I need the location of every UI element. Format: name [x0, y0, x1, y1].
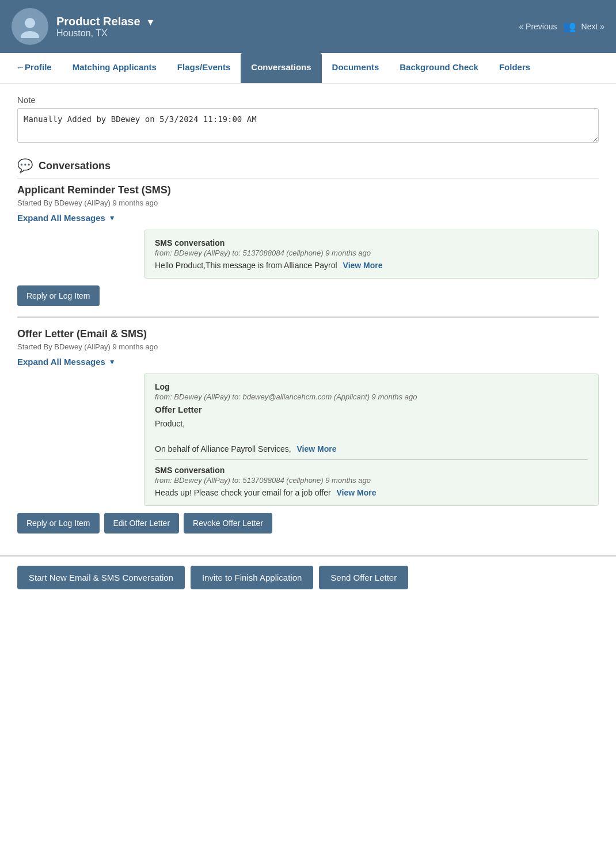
note-textarea[interactable]: Manually Added by BDewey on 5/3/2024 11:…: [17, 108, 599, 143]
conversations-section-header: 💬 Conversations: [17, 158, 599, 178]
conversation-2: Offer Letter (Email & SMS) Started By BD…: [17, 328, 599, 534]
conv1-reply-button[interactable]: Reply or Log Item: [17, 285, 100, 306]
conv1-msg1-type: SMS conversation: [155, 238, 588, 247]
prev-link[interactable]: « Previous: [519, 22, 557, 31]
conv2-edit-offer-button[interactable]: Edit Offer Letter: [104, 513, 180, 534]
conv2-msg1-type: Log: [155, 382, 588, 391]
svg-point-1: [21, 31, 39, 38]
tab-conversations[interactable]: Conversations: [241, 53, 321, 83]
header-location: Houston, TX: [56, 28, 155, 39]
conv1-msg1-from: from: BDewey (AllPay) to: 5137088084 (ce…: [155, 249, 588, 257]
chat-icon: 💬: [17, 158, 33, 173]
conv2-offer-letter-title: Offer Letter: [155, 405, 588, 414]
invite-to-finish-button[interactable]: Invite to Finish Application: [191, 566, 313, 589]
header: Product Relase ▼ Houston, TX « Previous …: [0, 0, 616, 53]
tab-back-profile[interactable]: ←Profile: [6, 53, 62, 83]
conv2-expand-triangle: ▼: [109, 358, 116, 366]
conv2-meta: Started By BDewey (AllPay) 9 months ago: [17, 342, 599, 351]
conv2-msg1-body2: [155, 432, 588, 441]
conv2-msg2-sms: SMS conversation from: BDewey (AllPay) t…: [155, 466, 588, 497]
bottom-action-bar: Start New Email & SMS Conversation Invit…: [0, 555, 616, 599]
conv2-msg2-from: from: BDewey (AllPay) to: 5137088084 (ce…: [155, 476, 588, 485]
conv2-msg2-type: SMS conversation: [155, 466, 588, 475]
conv1-title: Applicant Reminder Test (SMS): [17, 184, 599, 196]
main-content: Note Manually Added by BDewey on 5/3/202…: [0, 83, 616, 555]
conv1-msg1-view-more[interactable]: View More: [343, 261, 383, 270]
tab-matching-applicants[interactable]: Matching Applicants: [62, 53, 167, 83]
svg-point-0: [25, 18, 35, 28]
send-offer-letter-button[interactable]: Send Offer Letter: [319, 566, 408, 589]
tab-background-check[interactable]: Background Check: [389, 53, 489, 83]
conv2-msg1-log: Log from: BDewey (AllPay) to: bdewey@all…: [155, 382, 588, 454]
conv2-msg1-body3: On behalf of Alliance Payroll Services, …: [155, 444, 588, 454]
conv1-action-buttons: Reply or Log Item: [17, 285, 599, 306]
conversations-section-title: Conversations: [39, 160, 111, 172]
dropdown-icon[interactable]: ▼: [146, 17, 155, 27]
conv1-meta: Started By BDewey (AllPay) 9 months ago: [17, 199, 599, 207]
avatar: [12, 8, 48, 45]
conv2-msg1-body1: Product,: [155, 419, 588, 428]
conv2-msg2-view-more[interactable]: View More: [336, 488, 376, 497]
note-section: Note Manually Added by BDewey on 5/3/202…: [17, 95, 599, 144]
header-info: Product Relase ▼ Houston, TX: [56, 15, 155, 39]
tab-documents[interactable]: Documents: [322, 53, 390, 83]
conv1-expand-all[interactable]: Expand All Messages ▼: [17, 213, 599, 223]
conv2-message-card: Log from: BDewey (AllPay) to: bdewey@all…: [144, 374, 599, 506]
section-divider-1: [17, 317, 599, 318]
conv1-expand-triangle: ▼: [109, 214, 116, 222]
conv2-msg1-from: from: BDewey (AllPay) to: bdewey@allianc…: [155, 393, 588, 401]
conv1-msg1-body: Hello Product,This message is from Allia…: [155, 261, 588, 270]
conversation-1: Applicant Reminder Test (SMS) Started By…: [17, 184, 599, 306]
tab-flags-events[interactable]: Flags/Events: [167, 53, 241, 83]
group-icon[interactable]: 👥: [563, 20, 576, 33]
conv2-reply-button[interactable]: Reply or Log Item: [17, 513, 100, 534]
conv1-message-1: SMS conversation from: BDewey (AllPay) t…: [144, 230, 599, 279]
conv2-revoke-offer-button[interactable]: Revoke Offer Letter: [184, 513, 272, 534]
start-new-conversation-button[interactable]: Start New Email & SMS Conversation: [17, 566, 185, 589]
header-left: Product Relase ▼ Houston, TX: [12, 8, 155, 45]
tab-folders[interactable]: Folders: [489, 53, 541, 83]
note-label: Note: [17, 95, 599, 105]
nav-tabs: ←Profile Matching Applicants Flags/Event…: [0, 53, 616, 83]
header-right: « Previous 👥 Next »: [519, 20, 604, 33]
conv2-action-buttons: Reply or Log Item Edit Offer Letter Revo…: [17, 513, 599, 534]
conv2-title: Offer Letter (Email & SMS): [17, 328, 599, 340]
conv2-msg2-body: Heads up! Please check your email for a …: [155, 488, 588, 497]
next-link[interactable]: Next »: [581, 22, 604, 31]
conv2-msg1-view-more[interactable]: View More: [296, 444, 336, 454]
header-name: Product Relase ▼: [56, 15, 155, 28]
conv2-message-divider: [155, 459, 588, 460]
conv2-expand-all[interactable]: Expand All Messages ▼: [17, 357, 599, 367]
